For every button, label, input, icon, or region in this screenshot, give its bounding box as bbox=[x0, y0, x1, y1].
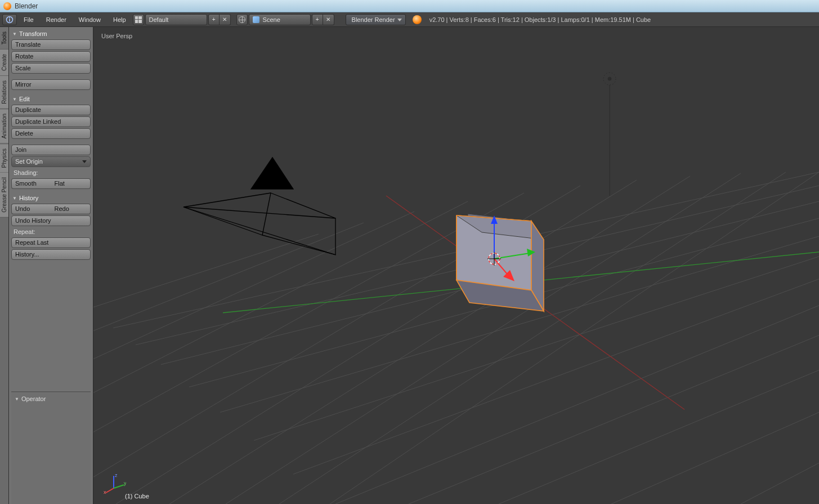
svg-line-9 bbox=[409, 335, 819, 504]
set-origin-dropdown[interactable]: Set Origin bbox=[11, 156, 91, 167]
tab-grease-pencil[interactable]: Grease Pencil bbox=[0, 173, 8, 218]
panel-edit-header[interactable]: Edit bbox=[11, 94, 91, 105]
panel-history-header[interactable]: History bbox=[11, 194, 91, 204]
join-button[interactable]: Join bbox=[11, 145, 91, 155]
svg-line-16 bbox=[279, 172, 786, 504]
delete-button[interactable]: Delete bbox=[11, 128, 91, 139]
history-button[interactable]: History... bbox=[11, 249, 91, 260]
svg-line-29 bbox=[184, 207, 335, 255]
svg-marker-26 bbox=[262, 193, 335, 255]
stats-readout: v2.70 | Verts:8 | Faces:6 | Tris:12 | Ob… bbox=[429, 16, 651, 23]
svg-text:z: z bbox=[115, 472, 118, 478]
tab-animation[interactable]: Animation bbox=[0, 109, 8, 143]
toolshelf-tabs: Tools Create Relations Animation Physics… bbox=[0, 27, 9, 504]
scene-browse-button[interactable] bbox=[236, 14, 248, 25]
delete-screen-layout-button[interactable]: ✕ bbox=[220, 14, 231, 25]
window-titlebar: Blender bbox=[0, 0, 819, 12]
panel-edit: Edit Duplicate Duplicate Linked Delete J… bbox=[11, 94, 91, 190]
svg-line-28 bbox=[184, 207, 335, 218]
svg-point-33 bbox=[608, 77, 611, 80]
repeat-last-button[interactable]: Repeat Last bbox=[11, 237, 91, 248]
translate-button[interactable]: Translate bbox=[11, 39, 91, 50]
panel-history: History Undo Redo Undo History Repeat: R… bbox=[11, 194, 91, 261]
menu-help[interactable]: Help bbox=[108, 12, 132, 27]
tab-relations[interactable]: Relations bbox=[0, 76, 8, 109]
info-header: File Render Window Help Default + ✕ Scen… bbox=[0, 12, 819, 27]
svg-rect-1 bbox=[9, 19, 10, 21]
svg-line-19 bbox=[116, 180, 637, 504]
svg-text:y: y bbox=[124, 480, 126, 486]
screen-layout-label: Default bbox=[149, 16, 169, 23]
scale-button[interactable]: Scale bbox=[11, 63, 91, 74]
menu-render[interactable]: Render bbox=[41, 12, 72, 27]
svg-point-2 bbox=[9, 17, 10, 18]
menu-window[interactable]: Window bbox=[73, 12, 106, 27]
svg-line-57 bbox=[106, 488, 114, 493]
add-scene-button[interactable]: + bbox=[312, 14, 323, 25]
tab-physics[interactable]: Physics bbox=[0, 144, 8, 173]
scene-dropdown[interactable]: Scene bbox=[249, 14, 311, 25]
active-object-label: (1) Cube bbox=[125, 493, 149, 500]
delete-scene-button[interactable]: ✕ bbox=[323, 14, 334, 25]
toolshelf: Transform Translate Rotate Scale Mirror … bbox=[9, 27, 93, 504]
redo-button[interactable]: Redo bbox=[51, 204, 91, 214]
mirror-button[interactable]: Mirror bbox=[11, 79, 91, 90]
camera-object bbox=[184, 158, 335, 255]
shading-label: Shading: bbox=[11, 168, 91, 178]
duplicate-button[interactable]: Duplicate bbox=[11, 105, 91, 115]
scene-label: Scene bbox=[263, 16, 280, 23]
shading-flat-button[interactable]: Flat bbox=[51, 178, 91, 189]
svg-line-11 bbox=[611, 412, 819, 504]
svg-line-22 bbox=[93, 201, 468, 393]
svg-line-12 bbox=[741, 463, 819, 504]
operator-panel: Operator bbox=[11, 392, 91, 504]
window-title: Blender bbox=[15, 2, 38, 10]
svg-text:x: x bbox=[104, 489, 106, 494]
svg-line-27 bbox=[184, 193, 271, 207]
scene-icon bbox=[253, 16, 259, 23]
svg-line-24 bbox=[93, 223, 364, 331]
editor-type-info-icon[interactable] bbox=[2, 14, 17, 25]
svg-line-30 bbox=[184, 207, 262, 235]
view-perspective-label: User Persp bbox=[101, 33, 132, 39]
rotate-button[interactable]: Rotate bbox=[11, 51, 91, 62]
blender-logo-icon bbox=[3, 2, 11, 10]
svg-line-55 bbox=[114, 485, 124, 488]
svg-marker-31 bbox=[251, 158, 293, 189]
screen-layout-dropdown[interactable]: Default bbox=[145, 14, 207, 25]
tab-create[interactable]: Create bbox=[0, 50, 8, 76]
svg-line-25 bbox=[93, 234, 319, 307]
svg-line-18 bbox=[169, 176, 690, 504]
blender-small-icon bbox=[413, 15, 422, 24]
svg-line-15 bbox=[330, 172, 819, 504]
render-engine-label: Blender Render bbox=[352, 16, 395, 23]
tab-tools[interactable]: Tools bbox=[0, 27, 8, 50]
render-engine-dropdown[interactable]: Blender Render bbox=[346, 14, 406, 25]
screen-layout-browse-button[interactable] bbox=[133, 14, 144, 25]
shading-smooth-button[interactable]: Smooth bbox=[11, 178, 51, 189]
duplicate-linked-button[interactable]: Duplicate Linked bbox=[11, 116, 91, 127]
panel-transform-header[interactable]: Transform bbox=[11, 29, 91, 39]
viewport-scene bbox=[93, 27, 819, 504]
undo-button[interactable]: Undo bbox=[11, 204, 51, 214]
panel-transform: Transform Translate Rotate Scale Mirror bbox=[11, 29, 91, 91]
cube-object bbox=[457, 214, 544, 311]
add-screen-layout-button[interactable]: + bbox=[208, 14, 220, 25]
repeat-label: Repeat: bbox=[11, 227, 91, 237]
svg-line-10 bbox=[499, 370, 819, 504]
3d-viewport[interactable]: User Persp bbox=[93, 27, 819, 504]
operator-panel-header[interactable]: Operator bbox=[14, 394, 88, 404]
axis-mini-icon: z y x bbox=[104, 471, 126, 494]
menu-file[interactable]: File bbox=[18, 12, 39, 27]
undo-history-button[interactable]: Undo History bbox=[11, 215, 91, 226]
lamp-object bbox=[603, 73, 616, 196]
svg-line-23 bbox=[93, 212, 414, 359]
